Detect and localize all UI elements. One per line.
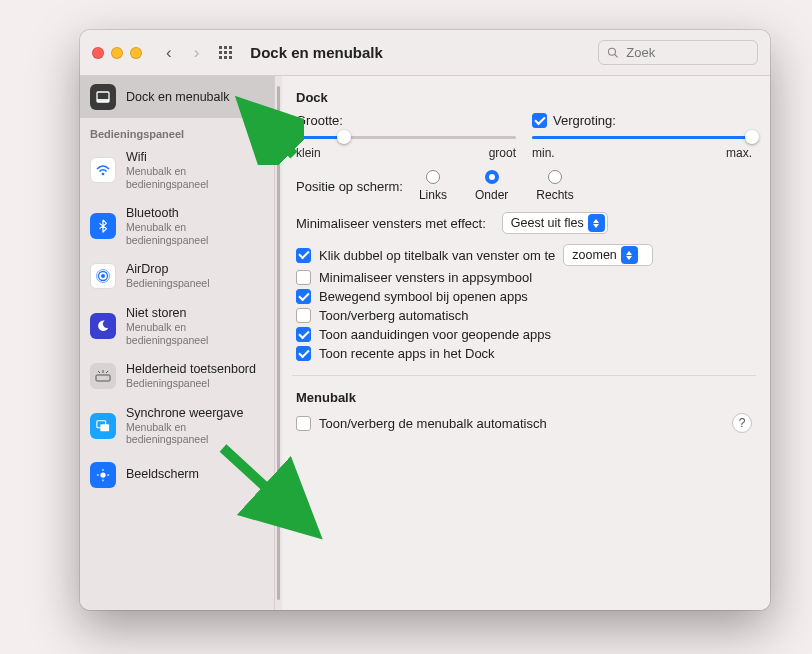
help-button[interactable]: ? — [732, 413, 752, 433]
sidebar-item-sub: Menubalk en bedieningspaneel — [126, 165, 264, 190]
sidebar-item-label: Wifi — [126, 150, 264, 165]
search-icon — [607, 46, 618, 59]
airdrop-icon — [90, 263, 116, 289]
sidebar-item-sub: Bedieningspaneel — [126, 277, 210, 290]
chevron-updown-icon — [588, 214, 605, 232]
sidebar-item-label: AirDrop — [126, 262, 210, 277]
svg-point-5 — [101, 274, 105, 278]
sidebar-item-sub: Menubalk en bedieningspaneel — [126, 221, 264, 246]
sidebar-section-header: Bedieningspaneel — [80, 118, 274, 142]
select-value: zoomen — [572, 248, 616, 262]
magnification-label: Vergroting: — [553, 113, 616, 128]
checkbox-label: Toon aanduidingen voor geopende apps — [319, 327, 551, 342]
sidebar[interactable]: Dock en menubalk Bedieningspaneel Wifi M… — [80, 76, 275, 610]
content-area: Dock en menubalk Bedieningspaneel Wifi M… — [80, 76, 770, 610]
position-radio-group: Links Onder Rechts — [419, 170, 574, 202]
sidebar-item-sub: Menubalk en bedieningspaneel — [126, 421, 264, 446]
window-title: Dock en menubalk — [250, 44, 588, 61]
sidebar-item-wifi[interactable]: Wifi Menubalk en bedieningspaneel — [80, 142, 274, 198]
autohide-menubar-checkbox[interactable] — [296, 416, 311, 431]
moon-icon — [90, 313, 116, 339]
sidebar-item-dock-menubar[interactable]: Dock en menubalk — [80, 76, 274, 118]
screen-mirroring-icon — [90, 413, 116, 439]
show-all-icon[interactable] — [215, 42, 236, 63]
minimize-into-app-checkbox[interactable] — [296, 270, 311, 285]
chevron-updown-icon — [621, 246, 638, 264]
svg-rect-13 — [100, 424, 109, 431]
size-max-label: groot — [489, 146, 516, 160]
minimize-icon[interactable] — [111, 47, 123, 59]
autohide-dock-checkbox[interactable] — [296, 308, 311, 323]
show-recent-apps-checkbox[interactable] — [296, 346, 311, 361]
select-value: Geest uit fles — [511, 216, 584, 230]
forward-button[interactable]: › — [188, 41, 206, 65]
doubleclick-select[interactable]: zoomen — [563, 244, 653, 266]
position-radio-right[interactable]: Rechts — [536, 170, 573, 202]
wifi-icon — [90, 157, 116, 183]
dock-icon — [90, 84, 116, 110]
sidebar-item-label: Niet storen — [126, 306, 264, 321]
window-controls — [92, 47, 142, 59]
search-input[interactable] — [624, 44, 749, 61]
svg-rect-8 — [96, 375, 110, 381]
radio-label: Links — [419, 188, 447, 202]
checkbox-label: Bewegend symbool bij openen apps — [319, 289, 528, 304]
checkbox-label: Toon/verberg de menubalk automatisch — [319, 416, 547, 431]
svg-rect-3 — [97, 99, 109, 102]
sidebar-item-label: Beeldscherm — [126, 467, 199, 482]
zoom-icon[interactable] — [130, 47, 142, 59]
svg-line-11 — [106, 371, 108, 373]
radio-label: Rechts — [536, 188, 573, 202]
magnification-checkbox[interactable] — [532, 113, 547, 128]
keyboard-brightness-icon — [90, 363, 116, 389]
mag-max-label: max. — [726, 146, 752, 160]
close-icon[interactable] — [92, 47, 104, 59]
svg-line-10 — [98, 371, 100, 373]
svg-point-4 — [102, 173, 105, 176]
menubar-section-title: Menubalk — [296, 390, 752, 405]
svg-point-0 — [608, 48, 615, 55]
sidebar-item-label: Dock en menubalk — [126, 90, 230, 105]
checkbox-label: Minimaliseer vensters in appsymbool — [319, 270, 532, 285]
show-indicators-checkbox[interactable] — [296, 327, 311, 342]
magnification-slider[interactable] — [532, 130, 752, 144]
sidebar-item-keyboard-brightness[interactable]: Helderheid toetsenbord Bedieningspaneel — [80, 354, 274, 398]
main-panel: Dock Grootte: klein groot Vergroting: — [282, 76, 770, 610]
position-radio-bottom[interactable]: Onder — [475, 170, 508, 202]
preferences-window: ‹ › Dock en menubalk Dock en menubalk Be… — [80, 30, 770, 610]
sidebar-item-airdrop[interactable]: AirDrop Bedieningspaneel — [80, 254, 274, 298]
title-bar: ‹ › Dock en menubalk — [80, 30, 770, 76]
mag-min-label: min. — [532, 146, 555, 160]
doubleclick-label: Klik dubbel op titelbalk van venster om … — [319, 248, 555, 263]
checkbox-label: Toon recente apps in het Dock — [319, 346, 495, 361]
animate-opening-checkbox[interactable] — [296, 289, 311, 304]
section-divider — [292, 375, 756, 376]
search-field[interactable] — [598, 40, 758, 65]
sidebar-item-label: Bluetooth — [126, 206, 264, 221]
scrollbar[interactable] — [275, 76, 282, 610]
sidebar-item-display[interactable]: Beeldscherm — [80, 454, 274, 496]
svg-point-14 — [100, 472, 105, 477]
minimize-effect-label: Minimaliseer vensters met effect: — [296, 216, 486, 231]
sidebar-item-bluetooth[interactable]: Bluetooth Menubalk en bedieningspaneel — [80, 198, 274, 254]
sidebar-item-screen-mirroring[interactable]: Synchrone weergave Menubalk en bediening… — [80, 398, 274, 454]
checkbox-label: Toon/verberg automatisch — [319, 308, 469, 323]
sidebar-item-sub: Bedieningspaneel — [126, 377, 256, 390]
size-min-label: klein — [296, 146, 321, 160]
sidebar-item-sub: Menubalk en bedieningspaneel — [126, 321, 264, 346]
sidebar-item-dnd[interactable]: Niet storen Menubalk en bedieningspaneel — [80, 298, 274, 354]
size-slider-block: Grootte: klein groot — [296, 113, 516, 160]
back-button[interactable]: ‹ — [160, 41, 178, 65]
doubleclick-checkbox[interactable] — [296, 248, 311, 263]
sidebar-item-label: Helderheid toetsenbord — [126, 362, 256, 377]
sidebar-item-label: Synchrone weergave — [126, 406, 264, 421]
bluetooth-icon — [90, 213, 116, 239]
position-radio-left[interactable]: Links — [419, 170, 447, 202]
size-slider[interactable] — [296, 130, 516, 144]
minimize-effect-select[interactable]: Geest uit fles — [502, 212, 608, 234]
radio-label: Onder — [475, 188, 508, 202]
size-label: Grootte: — [296, 113, 343, 128]
display-icon — [90, 462, 116, 488]
position-label: Positie op scherm: — [296, 179, 403, 194]
svg-line-1 — [615, 55, 618, 58]
